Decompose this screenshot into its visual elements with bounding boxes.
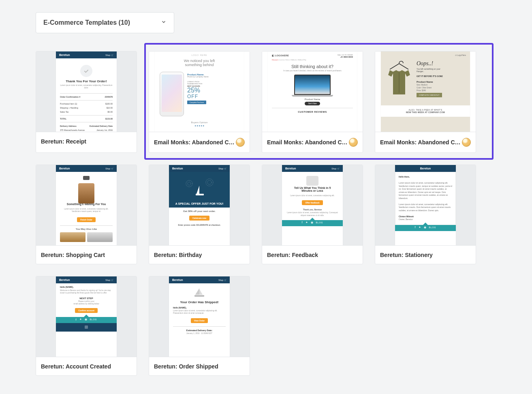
check-icon (80, 65, 92, 77)
template-title: Email Monks: Abandoned Cart 1 (267, 139, 349, 146)
template-card-abandoned-3[interactable]: ⊙ LogoHere Oops..! You left something on… (375, 51, 476, 153)
template-thumbnail: Beretun Hello there, Lorem ipsum dolor s… (375, 165, 476, 245)
monk-badge-icon (236, 138, 245, 147)
template-card-stationery[interactable]: Beretun Hello there, Lorem ipsum dolor s… (375, 165, 476, 264)
dropdown-label: E-Commerce Templates (10) (43, 19, 130, 26)
template-card-order-shipped[interactable]: BeretunShop 🛒 Your Order Has Shipped! He… (149, 276, 250, 376)
template-card-feedback[interactable]: BeretunShop 🛒 Tell Us What You Think in … (262, 165, 363, 264)
social-icons: f✦◉BLOG (76, 318, 97, 321)
template-title: Beretun: Shopping Cart (41, 252, 105, 258)
template-title: Email Monks: Abandoned Cart 2 (154, 139, 236, 146)
template-card-shopping-cart[interactable]: BeretunShop 🛒 Something's Waiting For Yo… (36, 165, 137, 264)
laptop-heading: Still thinking about it? (268, 61, 357, 70)
svg-point-2 (188, 182, 191, 185)
social-icons: f✦◉BLOG (302, 221, 323, 224)
template-card-birthday[interactable]: BeretunShop 🛒 A SPECIAL OFFER JUST FOR Y… (149, 165, 250, 264)
template-card-account-created[interactable]: BeretunShop 🛒 Hello {NAME}, Welcome to B… (36, 276, 137, 376)
template-thumbnail: ⊙ LogoHere Oops..! You left something on… (375, 51, 476, 132)
template-thumbnail: BeretunShop 🛒 A SPECIAL OFFER JUST FOR Y… (149, 165, 250, 245)
template-thumbnail: BeretunShop 🛒 Hello {NAME}, Welcome to B… (36, 276, 137, 357)
template-card-receipt[interactable]: BeretunShop 🛒 Thank You For Your Order! … (36, 51, 137, 153)
phone-illustration (160, 72, 184, 116)
logo-placeholder: ◧ LOGOHERE (272, 54, 289, 58)
template-thumbnail: BeretunShop 🛒 Something's Waiting For Yo… (36, 165, 137, 245)
category-dropdown[interactable]: E-Commerce Templates (10) (36, 12, 174, 33)
template-thumbnail: BeretunShop 🛒 Your Order Has Shipped! He… (149, 276, 250, 357)
square-icon (85, 325, 88, 329)
logo-placeholder: LOGO HERE (155, 51, 244, 57)
oops-heading: Oops..! (417, 60, 466, 67)
template-title: Email Monks: Abandoned Cart 3 (380, 139, 462, 146)
svg-rect-5 (196, 194, 204, 195)
brand-label: Beretun (59, 54, 70, 56)
template-thumbnail: BeretunShop 🛒 Tell Us What You Think in … (262, 165, 363, 245)
svg-rect-6 (194, 295, 204, 297)
shirt-illustration (385, 60, 413, 101)
receipt-heading: Thank You For Your Order! (60, 79, 113, 83)
cart-icon: 🛒 (111, 54, 113, 56)
star-rating-icon: ★★★★★ (155, 124, 244, 127)
template-thumbnail: LOGO HERE We noticed you leftsomething b… (149, 51, 250, 132)
template-title: Beretun: Feedback (267, 252, 318, 258)
flask-illustration (76, 176, 96, 200)
svg-point-4 (207, 180, 212, 184)
template-thumbnail: ◧ LOGOHERE CALL US TO ORDER+91 00000 000… (262, 51, 363, 132)
laptop-illustration (294, 75, 331, 96)
speech-bubble-icon (306, 176, 318, 186)
fireworks-illustration (169, 172, 230, 202)
template-grid: BeretunShop 🛒 Thank You For Your Order! … (36, 51, 496, 376)
template-thumbnail: BeretunShop 🛒 Thank You For Your Order! … (36, 51, 137, 132)
template-card-abandoned-2[interactable]: LOGO HERE We noticed you leftsomething b… (149, 51, 250, 153)
template-title: Beretun: Birthday (154, 252, 202, 258)
svg-point-1 (186, 180, 192, 187)
chevron-down-icon (161, 19, 167, 26)
template-title: Beretun: Stationery (380, 252, 433, 258)
sailboat-icon (193, 287, 206, 299)
monk-badge-icon (462, 138, 471, 147)
template-card-abandoned-1[interactable]: ◧ LOGOHERE CALL US TO ORDER+91 00000 000… (262, 51, 363, 153)
discount-percent: 25% (187, 87, 239, 94)
social-icons: f✦◉BLOG (415, 226, 436, 229)
svg-point-3 (206, 179, 213, 186)
monk-badge-icon (349, 138, 358, 147)
template-title: Beretun: Receipt (41, 138, 86, 145)
template-title: Beretun: Order Shipped (154, 363, 218, 370)
template-title: Beretun: Account Created (41, 363, 111, 370)
